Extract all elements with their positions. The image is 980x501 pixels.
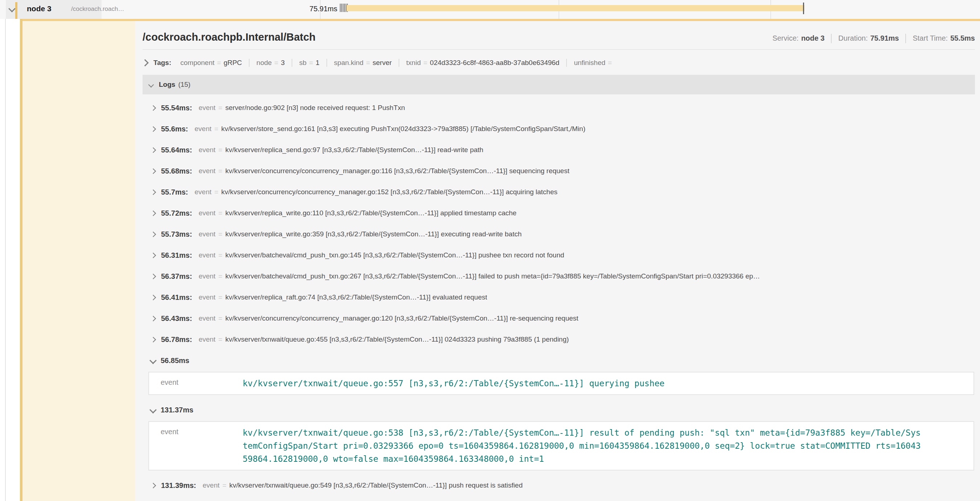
log-expand-chevron-icon[interactable] — [151, 126, 156, 132]
tags-row[interactable]: Tags: component = gRPC node = 3 — [143, 55, 975, 70]
tag-key: node — [256, 59, 272, 67]
log-row[interactable]: 55.68ms: event = kv/kvserver/concurrency… — [143, 161, 975, 182]
log-row[interactable]: 55.73ms: event = kv/kvserver/replica_wri… — [143, 223, 975, 245]
span-operation-name[interactable]: /cockroach.roach… — [71, 5, 124, 13]
log-expand-chevron-icon[interactable] — [151, 252, 156, 258]
log-message: kv/kvserver/concurrency/concurrency_mana… — [221, 188, 557, 196]
log-message: kv/kvserver/concurrency/concurrency_mana… — [225, 167, 570, 175]
log-expand-chevron-icon[interactable] — [151, 210, 156, 216]
log-marker-tick[interactable] — [343, 4, 344, 12]
span-duration-label: 75.91ms — [286, 5, 337, 13]
log-equals: = — [214, 125, 218, 133]
logs-title[interactable]: Logs — [159, 81, 175, 89]
expanded-log-header[interactable]: 56.85ms — [143, 350, 975, 371]
log-marker-tick[interactable] — [340, 4, 340, 12]
log-expand-chevron-icon[interactable] — [151, 168, 156, 174]
log-timestamp: 56.43ms: — [161, 314, 192, 323]
span-detail-header: /cockroach.roachpb.Internal/Batch Servic… — [143, 31, 975, 43]
logs-collapse-chevron-icon[interactable] — [148, 82, 154, 88]
log-message: kv/kvserver/batcheval/cmd_push_txn.go:14… — [225, 251, 564, 259]
trace-span-detail-view: node 3 /cockroach.roach… 75.91ms /cockro… — [0, 0, 980, 501]
tags-list: component = gRPC node = 3 sb = 1 — [173, 59, 621, 67]
span-service-name[interactable]: node 3 — [27, 4, 51, 13]
log-equals: = — [218, 294, 222, 302]
tag-item: node = 3 — [249, 59, 292, 67]
log-equals: = — [218, 314, 222, 322]
collapsed-log-list: 55.54ms: event = server/node.go:902 [n3]… — [143, 97, 975, 350]
log-message: server/node.go:902 [n3] node received re… — [225, 104, 405, 112]
logs-count: (15) — [178, 81, 191, 89]
tag-item: span.kind = server — [326, 59, 399, 67]
tag-equals: = — [423, 59, 427, 67]
log-expand-chevron-icon[interactable] — [151, 273, 156, 279]
tag-item: sb = 1 — [292, 59, 326, 67]
log-equals: = — [218, 209, 222, 217]
tag-item: unfinished = — [566, 59, 621, 67]
tag-item: txnid = 024d3323-6c8f-4863-aa8b-37ab0e63… — [399, 59, 566, 67]
log-field-key: event — [161, 377, 243, 387]
log-equals: = — [214, 188, 218, 196]
log-row[interactable]: 55.72ms: event = kv/kvserver/replica_wri… — [143, 203, 975, 223]
log-equals: = — [218, 272, 222, 280]
span-color-bar — [15, 2, 18, 19]
span-duration-bar[interactable] — [346, 5, 805, 11]
log-row[interactable]: 56.43ms: event = kv/kvserver/concurrency… — [143, 308, 975, 329]
log-timestamp: 56.41ms: — [161, 294, 192, 302]
log-field-key: event — [195, 188, 212, 196]
log-expand-chevron-icon[interactable] — [151, 294, 156, 300]
log-field-key: event — [199, 167, 215, 175]
tag-key: span.kind — [334, 59, 363, 67]
log-row[interactable]: 56.41ms: event = kv/kvserver/replica_raf… — [143, 287, 975, 308]
log-expand-chevron-icon[interactable] — [151, 231, 156, 237]
span-row[interactable]: node 3 /cockroach.roach… 75.91ms — [0, 0, 980, 19]
log-message: kv/kvserver/replica_write.go:110 [n3,s3,… — [225, 209, 517, 217]
log-timestamp: 55.68ms: — [161, 167, 192, 176]
log-expand-chevron-icon[interactable] — [151, 316, 156, 321]
meta-separator — [831, 34, 832, 43]
log-field-value: kv/kvserver/txnwait/queue.go:557 [n3,s3,… — [243, 377, 665, 390]
log-row[interactable]: 55.64ms: event = kv/kvserver/replica_sen… — [143, 139, 975, 161]
log-collapse-chevron-icon[interactable] — [150, 406, 157, 413]
log-field-key: event — [199, 335, 215, 343]
log-equals: = — [218, 335, 222, 343]
log-row[interactable]: 55.6ms: event = kv/kvserver/store_send.g… — [143, 118, 975, 139]
logs-section-header[interactable]: Logs (15) — [143, 75, 975, 94]
log-expand-chevron-icon[interactable] — [151, 482, 156, 488]
log-expand-chevron-icon[interactable] — [151, 189, 156, 195]
log-row[interactable]: 55.54ms: event = server/node.go:902 [n3]… — [143, 97, 975, 118]
log-expand-chevron-icon[interactable] — [151, 105, 156, 111]
log-row[interactable]: 56.78ms: event = kv/kvserver/txnwait/que… — [143, 329, 975, 350]
tag-equals: = — [608, 59, 612, 67]
meta-separator — [905, 34, 906, 43]
expanded-log-header[interactable]: 131.37ms — [143, 399, 975, 420]
span-detail-panel: /cockroach.roachpb.Internal/Batch Servic… — [135, 21, 980, 501]
log-field-key: event — [199, 104, 215, 112]
log-marker-tick[interactable] — [341, 4, 342, 12]
log-row[interactable]: 56.31ms: event = kv/kvserver/batcheval/c… — [143, 245, 975, 266]
log-row[interactable]: 56.37ms: event = kv/kvserver/batcheval/c… — [143, 266, 975, 287]
log-field-key: event — [203, 482, 220, 489]
log-equals: = — [218, 167, 222, 175]
tags-label[interactable]: Tags: — [153, 59, 171, 67]
log-expand-chevron-icon[interactable] — [151, 147, 156, 153]
header-divider — [143, 49, 975, 50]
tags-expand-chevron-icon[interactable] — [142, 59, 149, 67]
tag-equals: = — [366, 59, 370, 67]
start-time-value: 55.5ms — [950, 34, 975, 43]
span-meta: Service: node 3 Duration: 75.91ms Start … — [773, 34, 975, 43]
log-timestamp: 56.37ms: — [161, 272, 192, 281]
log-marker-tick-end[interactable] — [803, 3, 804, 14]
tag-value: server — [372, 59, 392, 67]
log-field-key: event — [199, 146, 215, 154]
log-message: kv/kvserver/store_send.go:161 [n3,s3] ex… — [221, 125, 585, 133]
log-expand-chevron-icon[interactable] — [151, 337, 156, 342]
log-marker-tick[interactable] — [344, 4, 345, 12]
log-message: kv/kvserver/concurrency/concurrency_mana… — [225, 314, 578, 322]
log-timestamp: 55.7ms: — [161, 188, 188, 196]
log-message: kv/kvserver/txnwait/queue.go:455 [n3,s3,… — [225, 335, 569, 343]
tag-item: component = gRPC — [173, 59, 249, 67]
log-row[interactable]: 55.7ms: event = kv/kvserver/concurrency/… — [143, 182, 975, 203]
log-collapse-chevron-icon[interactable] — [150, 357, 157, 364]
log-row[interactable]: 131.39ms: event = kv/kvserver/txnwait/qu… — [143, 475, 975, 496]
tag-value: 3 — [281, 59, 285, 67]
